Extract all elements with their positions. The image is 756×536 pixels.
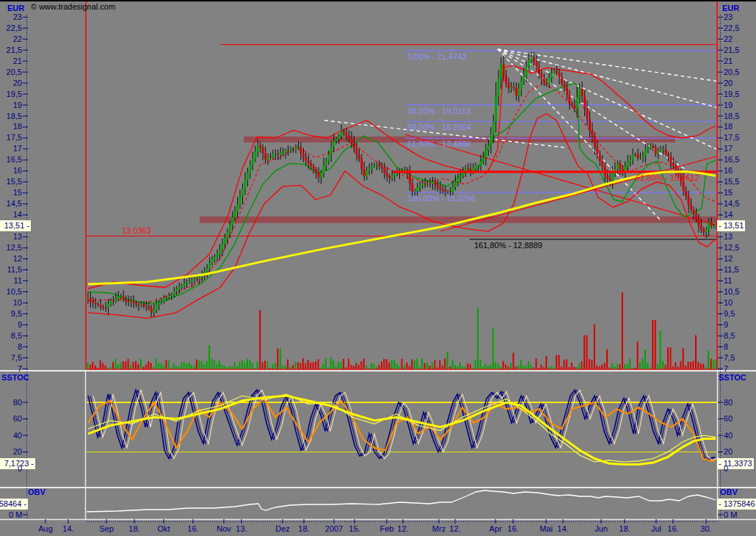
obv-value-box-right: - 1375846 [717,499,756,510]
date-axis-label: 16. [187,524,198,533]
price-axis-label-left: 9 [0,320,22,330]
price-axis-label-right: 18 [724,122,733,131]
price-axis-label-right: 10 [724,298,733,308]
price-axis-label-right: 23 [724,12,733,22]
price-axis-label-left: 17 [0,144,22,153]
price-axis-label-left: 11,5 [0,265,22,275]
price-axis-label-right: 17,5 [724,133,739,142]
price-axis-label-left: 17,5 [0,133,22,142]
price-axis-label-right: 19,5 [724,90,739,99]
price-axis-label-right: 15,5 [724,177,739,186]
date-axis-label: Aug [38,524,53,533]
price-axis-label-right: 16 [724,166,733,175]
sstoc-pane[interactable] [87,372,717,487]
date-axis-label: 12. [397,524,408,533]
date-axis-label: 13. [236,524,247,533]
fib-blue-label-0: 0,00% - 21,4743 [407,52,467,62]
date-axis-label: Okt [157,524,170,533]
price-axis-label-left: 18,5 [0,112,22,121]
sstoc-axis-label-right: 40 [724,431,733,441]
price-axis-label-right: 7,5 [724,353,735,363]
price-axis-label-right: 20,5 [724,68,739,77]
price-axis-label-right: 21 [724,57,733,66]
sstoc-value-box-right: - 11,3373 [717,458,754,469]
fib-blue-label-4: 100,00% - 15,0266 [407,194,476,203]
price-axis-label-left: 19 [0,101,22,110]
price-axis-label-left: 18 [0,122,22,131]
price-axis-label-left: 12 [0,254,22,264]
price-axis-label-right: 12 [724,254,733,264]
fib-blue-label-3: 61,80% - 17,4896 [407,140,471,149]
price-value-box-right: - 13,51 [717,220,745,231]
price-axis-label-right: 14,5 [724,199,739,209]
price-axis-label-left: 11 [0,276,22,286]
price-axis-label-right: 20 [724,79,733,88]
price-axis-label-left: 16,5 [0,155,22,164]
price-axis-label-right: 9 [724,320,728,330]
date-axis-label: Nov [217,524,231,533]
fib-blue-label-1: 38,20% - 19,0113 [407,106,470,116]
price-axis-label-left: 15 [0,188,22,198]
date-axis-label: Mai [539,524,553,533]
obv-pane[interactable] [87,489,717,519]
fib-blue-label-2: 50,00% - 18,2504 [407,123,471,132]
sstoc-axis-label-left: 60 [0,414,22,424]
sstoc-panel-label-right: SSTOC [719,373,746,383]
price-axis-label-right: 12,5 [724,243,739,253]
price-axis-label-right: 15 [724,188,733,198]
date-axis-label: Jun [595,524,608,533]
price-axis-label-right: 19 [724,101,733,110]
price-axis-label-left: 15,5 [0,177,22,186]
date-axis-label: Feb [380,524,394,533]
price-axis-label-right: 11,5 [724,265,739,275]
price-axis-label-right: 18,5 [724,112,739,121]
sstoc-axis-label-left: 80 [0,398,22,408]
sstoc-panel-label-left: SSTOC [1,373,29,383]
price-axis-label-left: 8,5 [0,331,22,341]
watermark: © www.tradesignal.com [31,2,115,12]
price-axis-label-left: 9,5 [0,309,22,319]
price-axis-label-right: 8,5 [724,331,735,341]
price-axis-label-left: 19,5 [0,90,22,99]
date-axis-label: 12. [449,524,460,533]
price-axis-label-right: 21,5 [724,46,739,55]
price-axis-label-left: 20 [0,79,22,88]
price-axis-label-right: 7 [724,364,728,374]
price-axis-label-left: 16 [0,166,22,175]
price-axis-label-left: 20,5 [0,68,22,77]
price-value-box-left: 13,51 - [0,220,31,231]
price-pane[interactable] [87,1,717,369]
price-axis-label-right: 14 [724,210,733,220]
price-axis-label-left: 10 [0,298,22,308]
price-axis-label-left: 21,5 [0,46,22,55]
sstoc-axis-label-right: 0 [724,464,728,474]
date-axis-label: 15. [349,524,360,533]
date-axis-label: 18. [298,524,309,533]
price-axis-label-right: 22,5 [724,23,739,33]
date-axis-label: Dez [275,524,290,533]
trading-chart-window: EUR EUR © www.tradesignal.com SSTOC SSTO… [0,0,756,536]
date-axis-label: 14. [62,524,73,533]
date-axis-label: Mrz [432,524,446,533]
price-axis-label-left: 8 [0,342,22,352]
price-axis-label-left: 7 [0,364,22,374]
price-axis-label-right: 8 [724,342,728,352]
date-axis-label: 30. [700,524,711,533]
fib-black-1618-label: 161,80% - 12,8889 [474,241,542,250]
price-axis-label-left: 12,5 [0,243,22,253]
price-axis-label-left: 13 [0,232,22,242]
date-axis-label: 18. [128,524,139,533]
fib-red-618-label: 61,80% - 15,9612 [636,173,699,183]
date-axis-label: 18. [619,524,630,533]
date-axis-label: Apr [489,524,501,533]
price-axis-label-left: 21 [0,57,22,66]
sstoc-axis-label-left: 0 [0,464,22,474]
sstoc-axis-label-right: 20 [724,447,733,457]
price-axis-label-left: 23 [0,12,22,22]
price-axis-label-right: 22 [724,35,733,44]
sstoc-axis-label-right: 60 [724,414,733,424]
obv-zero-label-right: 0 M [724,510,737,520]
sstoc-axis-label-right: 80 [724,398,733,408]
price-axis-label-right: 11 [724,276,732,286]
price-axis-label-right: 10,5 [724,287,739,297]
